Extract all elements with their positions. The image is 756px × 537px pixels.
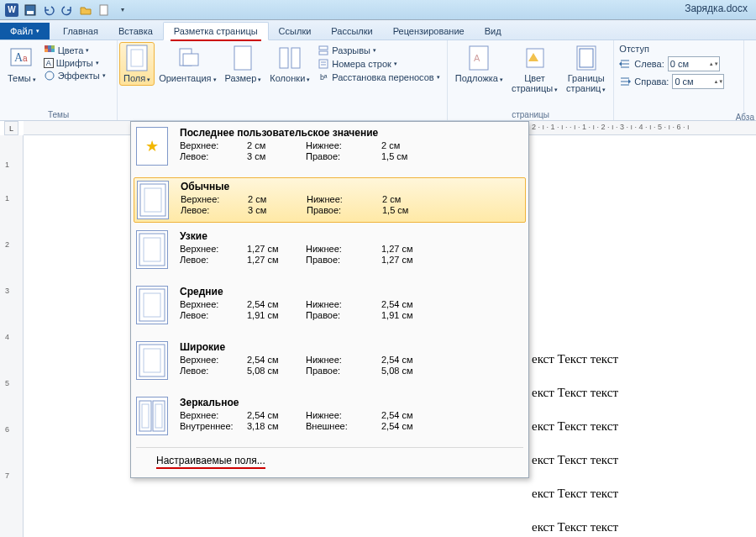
svg-rect-8	[51, 45, 55, 49]
margin-preset-values: Верхнее:2,54 смНижнее:2,54 смЛевое:5,08 …	[180, 355, 522, 376]
svg-point-12	[45, 71, 54, 80]
margin-preset-item[interactable]: УзкиеВерхнее:1,27 смНижнее:1,27 смЛевое:…	[131, 225, 528, 274]
breaks-button[interactable]: Разрывы	[316, 44, 441, 57]
margin-preset-title: Обычные	[181, 181, 521, 192]
ribbon: Aa Темы Цвета AШрифты Эффекты Темы Поля …	[0, 40, 756, 121]
margin-preset-title: Последнее пользовательское значение	[180, 127, 522, 139]
title-bar: W ▾ Зарядка.docx	[0, 0, 756, 20]
svg-rect-16	[183, 54, 198, 66]
group-page-background: A Подложка Цвет страницы Границы страниц…	[448, 40, 615, 120]
qat-more-icon[interactable]: ▾	[116, 3, 129, 17]
undo-icon[interactable]	[42, 3, 55, 17]
svg-rect-1	[27, 11, 34, 14]
tab-file[interactable]: Файл	[0, 23, 50, 39]
svg-rect-17	[234, 46, 251, 70]
tab-references[interactable]: Ссылки	[269, 23, 322, 39]
vertical-ruler[interactable]: 1 1 2 3 4 5 6 7	[0, 135, 24, 537]
indent-left-icon	[619, 59, 631, 69]
themes-icon: Aa	[8, 45, 35, 71]
svg-rect-2	[100, 5, 108, 15]
margin-preset-title: Широкие	[180, 341, 522, 353]
margin-preset-thumb-icon	[136, 341, 168, 380]
open-icon[interactable]	[79, 3, 92, 17]
margins-label: Поля	[123, 71, 150, 85]
margin-preset-thumb-icon	[136, 286, 168, 324]
svg-rect-7	[48, 45, 51, 49]
margins-icon	[123, 45, 150, 71]
word-app-icon[interactable]: W	[5, 3, 18, 17]
fonts-icon: A	[44, 58, 54, 68]
document-title: Зарядка.docx	[685, 3, 748, 14]
svg-text:a: a	[23, 54, 28, 63]
watermark-icon: A	[465, 45, 492, 71]
margins-button[interactable]: Поля	[119, 42, 155, 86]
columns-icon	[276, 45, 303, 71]
margin-preset-values: Верхнее:2 смНижнее:2 смЛевое:3 смПравое:…	[180, 140, 522, 161]
tab-selector[interactable]: L	[4, 121, 18, 135]
svg-rect-22	[319, 60, 328, 68]
tab-view[interactable]: Вид	[475, 23, 512, 39]
margins-dropdown: ★Последнее пользовательское значениеВерх…	[130, 121, 529, 478]
ribbon-tab-row: Файл Главная Вставка Разметка страницы С…	[0, 20, 756, 40]
svg-rect-11	[51, 49, 55, 52]
size-icon	[229, 45, 256, 71]
tab-insert[interactable]: Вставка	[108, 23, 163, 39]
colors-icon	[44, 45, 55, 56]
custom-margins-item[interactable]: Настраиваемые поля...	[131, 450, 528, 477]
body-text-line: екст Текст текст	[532, 386, 618, 400]
svg-rect-19	[291, 48, 300, 68]
group-themes-label: Темы	[0, 108, 117, 119]
quick-access-toolbar: W ▾	[0, 3, 129, 17]
redo-icon[interactable]	[60, 3, 74, 17]
spinner-arrows[interactable]: ▲▼	[709, 61, 717, 66]
theme-effects-button[interactable]: Эффекты	[42, 69, 108, 82]
themes-label: Темы	[8, 71, 36, 85]
theme-fonts-button[interactable]: AШрифты	[42, 57, 108, 69]
margin-preset-title: Узкие	[180, 230, 522, 242]
size-button[interactable]: Размер	[221, 42, 266, 86]
svg-rect-10	[48, 49, 51, 52]
margin-preset-thumb-icon	[136, 397, 168, 435]
orientation-button[interactable]: Ориентация	[155, 42, 220, 86]
body-text-line: екст Текст текст	[532, 352, 618, 366]
effects-icon	[44, 70, 55, 82]
margin-preset-item[interactable]: ОбычныеВерхнее:2 смНижнее:2 смЛевое:3 см…	[134, 177, 526, 223]
new-icon[interactable]	[97, 3, 111, 17]
tab-page-layout[interactable]: Разметка страницы	[163, 22, 269, 40]
margin-preset-item[interactable]: ★Последнее пользовательское значениеВерх…	[131, 122, 528, 171]
margin-preset-item[interactable]: ШирокиеВерхнее:2,54 смНижнее:2,54 смЛево…	[131, 336, 528, 385]
margin-preset-item[interactable]: ЗеркальноеВерхнее:2,54 смНижнее:2,54 смВ…	[131, 392, 528, 440]
margin-preset-values: Верхнее:1,27 смНижнее:1,27 смЛевое:1,27 …	[180, 244, 522, 265]
columns-button[interactable]: Колонки	[265, 42, 314, 86]
watermark-button[interactable]: A Подложка	[451, 42, 507, 86]
body-text-line: екст Текст текст	[532, 419, 618, 434]
svg-rect-18	[280, 48, 288, 68]
indent-left-label: Слева:	[634, 59, 664, 69]
page-color-icon	[522, 45, 549, 71]
page-color-button[interactable]: Цвет страницы	[507, 42, 562, 96]
indent-left-input[interactable]: 0 см▲▼	[668, 56, 720, 71]
indent-right-input[interactable]: 0 см▲▼	[672, 74, 724, 89]
hyphenation-icon: bª	[318, 71, 329, 83]
svg-rect-38	[139, 401, 151, 431]
tab-mailings[interactable]: Рассылки	[321, 23, 382, 39]
theme-colors-button[interactable]: Цвета	[42, 44, 108, 57]
tab-home[interactable]: Главная	[53, 23, 108, 39]
margin-preset-values: Верхнее:2 смНижнее:2 смЛевое:3 смПравое:…	[181, 194, 521, 215]
save-icon[interactable]	[24, 3, 37, 17]
body-text-line: екст Текст текст	[532, 520, 618, 534]
margin-preset-title: Зеркальное	[180, 397, 522, 408]
margin-preset-values: Верхнее:2,54 смНижнее:2,54 смЛевое:1,91 …	[180, 299, 522, 320]
themes-button[interactable]: Aa Темы	[3, 42, 40, 86]
tab-review[interactable]: Рецензирование	[383, 23, 475, 39]
margin-preset-thumb-icon: ★	[136, 127, 168, 166]
group-page-setup: Поля Ориентация Размер Колонки Разрывы Н…	[118, 40, 448, 120]
spinner-arrows[interactable]: ▲▼	[713, 79, 722, 84]
margin-preset-item[interactable]: СредниеВерхнее:2,54 смНижнее:2,54 смЛево…	[131, 281, 528, 329]
page-borders-button[interactable]: Границы страниц	[562, 42, 610, 96]
line-numbers-button[interactable]: Номера строк	[316, 57, 441, 71]
hyphenation-button[interactable]: bªРасстановка переносов	[316, 71, 441, 84]
svg-rect-21	[319, 51, 328, 55]
indent-right-label: Справа:	[634, 76, 669, 87]
group-themes: Aa Темы Цвета AШрифты Эффекты Темы	[0, 40, 118, 120]
